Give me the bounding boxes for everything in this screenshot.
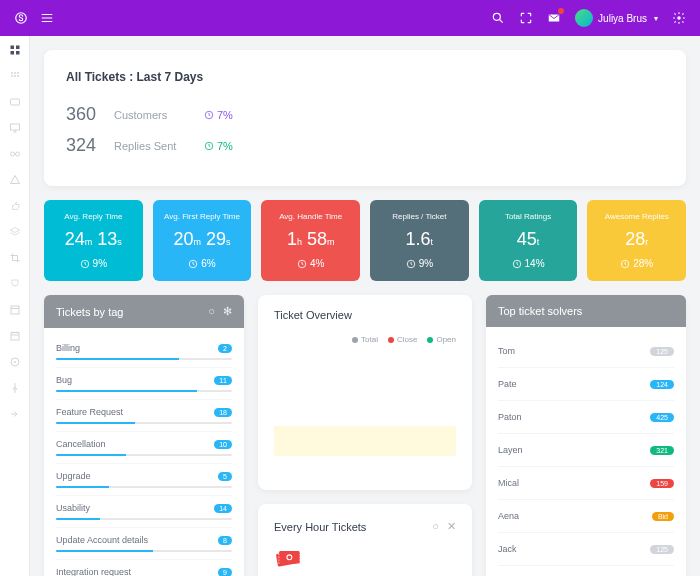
refresh-icon[interactable]: ○ — [432, 520, 439, 533]
metric-pct: 14% — [487, 258, 570, 269]
metric-label: Replies / Ticket — [378, 212, 461, 221]
sidebar-crop-icon[interactable] — [9, 252, 21, 264]
user-menu[interactable]: Juliya Brus ▾ — [575, 9, 658, 27]
metric-card: Total Ratings45t 14% — [479, 200, 578, 281]
tags-panel: Tickets by tag ○ ✻ Billing2Bug11Feature … — [44, 295, 244, 576]
solvers-title: Top ticket solvers — [498, 305, 582, 317]
svg-rect-4 — [10, 46, 14, 50]
svg-point-12 — [14, 75, 16, 77]
metric-value: 28r — [595, 229, 678, 250]
svg-rect-31 — [279, 551, 300, 564]
legend-dot — [352, 337, 358, 343]
overview-panel: Ticket Overview TotalCloseOpen — [258, 295, 472, 490]
solver-row[interactable]: Jack125 — [498, 533, 674, 566]
sidebar-grid-icon[interactable] — [9, 70, 21, 82]
refresh-icon[interactable]: ○ — [208, 305, 215, 318]
svg-point-16 — [10, 152, 14, 156]
sidebar-card-icon[interactable] — [9, 96, 21, 108]
mail-icon[interactable] — [547, 11, 561, 25]
solver-count: Bid — [652, 512, 674, 521]
search-icon[interactable] — [491, 11, 505, 25]
solver-row[interactable]: Layen321 — [498, 434, 674, 467]
sidebar-layers-icon[interactable] — [9, 226, 21, 238]
solver-row[interactable]: Tom125 — [498, 335, 674, 368]
svg-point-1 — [493, 13, 500, 20]
sidebar-link-icon[interactable] — [9, 148, 21, 160]
sidebar-calendar-icon[interactable] — [9, 330, 21, 342]
solver-name: Aena — [498, 511, 519, 521]
fullscreen-icon[interactable] — [519, 11, 533, 25]
tag-count: 10 — [214, 440, 232, 449]
hourly-panel: Every Hour Tickets ○ ✕ 1547 — [258, 504, 472, 576]
metric-card: Avg. Handle Time1h 58m 4% — [261, 200, 360, 281]
metric-pct: 6% — [161, 258, 244, 269]
solver-row[interactable]: Mical159 — [498, 467, 674, 500]
tag-name: Cancellation — [56, 439, 106, 449]
metric-pct: 9% — [52, 258, 135, 269]
metric-pct: 9% — [378, 258, 461, 269]
sidebar-thumb-icon[interactable] — [9, 200, 21, 212]
menu-icon[interactable] — [40, 11, 54, 25]
svg-point-8 — [11, 72, 13, 74]
ticket-icon — [274, 547, 302, 569]
metric-card: Awesome Replies28r 28% — [587, 200, 686, 281]
sidebar-pin-icon[interactable] — [9, 382, 21, 394]
tag-count: 9 — [218, 568, 232, 577]
sidebar-monitor-icon[interactable] — [9, 122, 21, 134]
legend-item[interactable]: Total — [352, 335, 378, 344]
summary-pct: 7% — [204, 140, 233, 152]
tag-bar — [56, 390, 232, 392]
sidebar-alert-icon[interactable] — [9, 174, 21, 186]
solver-row[interactable]: Pate124 — [498, 368, 674, 401]
tag-row[interactable]: Feature Request18 — [56, 400, 232, 432]
overview-chart — [274, 354, 456, 474]
tag-count: 18 — [214, 408, 232, 417]
tag-bar — [56, 454, 232, 456]
tag-row[interactable]: Cancellation10 — [56, 432, 232, 464]
solver-name: Mical — [498, 478, 519, 488]
tag-row[interactable]: Upgrade5 — [56, 464, 232, 496]
svg-point-10 — [17, 72, 19, 74]
metric-card: Replies / Ticket1.6t 9% — [370, 200, 469, 281]
solver-row[interactable]: Clark124 — [498, 566, 674, 576]
summary-row: 360Customers 7% — [66, 104, 664, 125]
sidebar-cup-icon[interactable] — [9, 278, 21, 290]
tag-row[interactable]: Update Account details8 — [56, 528, 232, 560]
gear-icon[interactable]: ✻ — [223, 305, 232, 318]
legend-dot — [388, 337, 394, 343]
solver-row[interactable]: Paton425 — [498, 401, 674, 434]
svg-point-3 — [677, 16, 681, 20]
summary-pct: 7% — [204, 109, 233, 121]
sidebar-window-icon[interactable] — [9, 304, 21, 316]
tag-bar — [56, 486, 232, 488]
svg-rect-19 — [11, 333, 19, 341]
gear-icon[interactable] — [672, 11, 686, 25]
solver-count: 425 — [650, 413, 674, 422]
tag-name: Feature Request — [56, 407, 123, 417]
metric-label: Avg. First Reply Time — [161, 212, 244, 221]
legend-dot — [427, 337, 433, 343]
tag-row[interactable]: Bug11 — [56, 368, 232, 400]
close-icon[interactable]: ✕ — [447, 520, 456, 533]
avatar — [575, 9, 593, 27]
sidebar-dashboard-icon[interactable] — [9, 44, 21, 56]
tag-row[interactable]: Integration request9 — [56, 560, 232, 576]
solver-row[interactable]: AenaBid — [498, 500, 674, 533]
user-name: Juliya Brus — [598, 13, 647, 24]
legend-item[interactable]: Open — [427, 335, 456, 344]
legend-item[interactable]: Close — [388, 335, 417, 344]
summary-card: All Tickets : Last 7 Days 360Customers 7… — [44, 50, 686, 186]
solvers-panel: Top ticket solvers Tom125Pate124Paton425… — [486, 295, 686, 576]
tag-count: 14 — [214, 504, 232, 513]
tag-row[interactable]: Usability14 — [56, 496, 232, 528]
metric-pct: 28% — [595, 258, 678, 269]
chevron-down-icon: ▾ — [654, 14, 658, 23]
sidebar-share-icon[interactable] — [9, 408, 21, 420]
summary-title: All Tickets : Last 7 Days — [66, 70, 664, 84]
metric-card: Avg. First Reply Time20m 29s 6% — [153, 200, 252, 281]
logo-icon[interactable] — [14, 11, 28, 25]
tag-bar — [56, 422, 232, 424]
tag-row[interactable]: Billing2 — [56, 336, 232, 368]
sidebar-target-icon[interactable] — [9, 356, 21, 368]
metric-pct: 4% — [269, 258, 352, 269]
